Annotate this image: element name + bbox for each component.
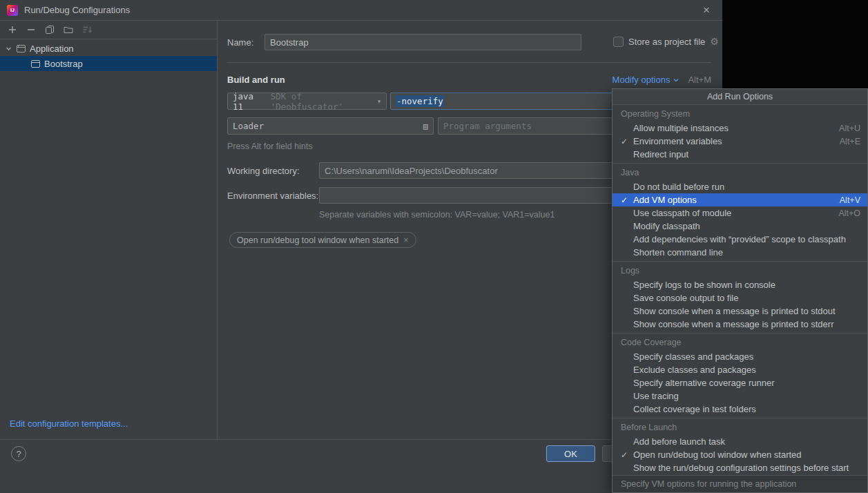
checkbox-icon (613, 37, 624, 47)
menu-item-add-before-launch-task[interactable]: Add before launch task (613, 435, 867, 448)
menu-item-specify-logs-to-be-shown-in-console[interactable]: Specify logs to be shown in console (613, 278, 867, 291)
build-and-run-heading: Build and run (227, 75, 285, 85)
menu-item-label: Use tracing (633, 391, 852, 401)
menu-item-label: Specify classes and packages (633, 351, 852, 362)
menu-item-label: Collect coverage in test folders (633, 404, 852, 414)
jre-description: SDK of 'Deobfuscator' (271, 91, 374, 112)
program-arguments-placeholder: Program arguments (443, 121, 532, 131)
menu-item-label: Add VM options (633, 195, 831, 205)
store-as-project-file-checkbox[interactable]: Store as project file ⚙ (613, 36, 719, 47)
menu-item-label: Allow multiple instances (633, 123, 831, 133)
menu-item-label: Specify alternative coverage runner (633, 378, 852, 388)
menu-item-allow-multiple-instances[interactable]: Allow multiple instancesAlt+U (613, 122, 867, 135)
new-folder-icon[interactable] (63, 24, 74, 35)
menu-item-label: Use classpath of module (633, 208, 830, 218)
menu-item-label: Exclude classes and packages (633, 365, 852, 375)
tree-item-label: Bootstrap (44, 59, 83, 69)
menu-item-label: Add dependencies with “provided” scope t… (633, 234, 852, 244)
menu-item-use-classpath-of-module[interactable]: Use classpath of moduleAlt+O (613, 206, 867, 220)
tree-group-label: Application (30, 44, 74, 54)
menu-section-header-java: Java (613, 166, 867, 180)
menu-item-label: Show console when a message is printed t… (633, 306, 852, 316)
close-icon[interactable]: × (703, 4, 710, 16)
sidebar-toolbar (0, 21, 217, 39)
working-directory-value: C:\Users\narumi\IdeaProjects\Deobfuscato… (325, 166, 498, 176)
menu-item-shortcut: Alt+O (838, 209, 860, 218)
add-run-options-menu-sections: Operating SystemAllow multiple instances… (613, 105, 867, 475)
configurations-sidebar: Application Bootstrap Edit configuration… (0, 21, 218, 439)
menu-item-label: Redirect input (633, 149, 852, 160)
menu-item-show-console-when-a-message-is-printed-to-stdout[interactable]: Show console when a message is printed t… (613, 304, 867, 318)
menu-item-shortcut: Alt+U (839, 124, 860, 133)
menu-item-label: Modify classpath (633, 221, 852, 231)
main-class-input[interactable]: Loader ▤ (227, 117, 434, 135)
popup-status-text: Specify VM options for running the appli… (613, 475, 867, 492)
tree-item-bootstrap[interactable]: Bootstrap (0, 56, 217, 71)
menu-separator (613, 261, 867, 262)
menu-item-save-console-output-to-file[interactable]: Save console output to file (613, 291, 867, 304)
menu-item-environment-variables[interactable]: ✓Environment variablesAlt+E (613, 135, 867, 148)
configurations-tree: Application Bootstrap (0, 39, 217, 71)
menu-item-label: Do not build before run (633, 182, 852, 192)
expand-field-icon[interactable]: ▤ (423, 122, 428, 131)
menu-item-shortcut: Alt+V (840, 195, 860, 205)
menu-item-add-dependencies-with-provided-scope-to-classpath[interactable]: Add dependencies with “provided” scope t… (613, 233, 867, 246)
menu-item-label: Specify logs to be shown in console (633, 280, 852, 290)
jre-version: java 11 (233, 91, 267, 112)
menu-item-show-console-when-a-message-is-printed-to-stderr[interactable]: Show console when a message is printed t… (613, 318, 867, 331)
menu-item-label: Add before launch task (633, 436, 852, 447)
menu-item-shortcut: Alt+E (840, 137, 860, 146)
menu-item-label: Show console when a message is printed t… (633, 319, 852, 329)
name-input[interactable]: Bootstrap (264, 34, 581, 50)
checkmark-icon: ✓ (621, 195, 633, 205)
chip-close-icon[interactable]: × (403, 235, 408, 245)
main-class-value: Loader (233, 121, 264, 131)
combo-arrow-icon: ▾ (377, 97, 381, 105)
menu-separator (613, 418, 867, 418)
menu-item-label: Environment variables (633, 136, 831, 146)
popup-title: Add Run Options (613, 89, 867, 105)
menu-item-show-the-run-debug-configuration-settings-before-start[interactable]: Show the run/debug configuration setting… (613, 461, 867, 474)
menu-item-open-run-debug-tool-window-when-started[interactable]: ✓Open run/debug tool window when started (613, 448, 867, 461)
menu-section-header-logs: Logs (613, 264, 867, 278)
gear-icon[interactable]: ⚙ (710, 36, 719, 47)
intellij-logo-icon: IJ (7, 5, 18, 16)
run-configuration-icon (30, 59, 41, 69)
sort-configurations-icon[interactable] (81, 24, 93, 35)
chip-label: Open run/debug tool window when started (237, 235, 398, 245)
open-tool-window-chip[interactable]: Open run/debug tool window when started … (229, 232, 416, 248)
modify-options-row: Modify options Alt+M (613, 75, 711, 85)
menu-item-do-not-build-before-run[interactable]: Do not build before run (613, 180, 867, 193)
menu-item-modify-classpath[interactable]: Modify classpath (613, 220, 867, 233)
name-label: Name: (227, 37, 253, 48)
copy-configuration-icon[interactable] (44, 24, 55, 35)
menu-section-header-code-coverage: Code Coverage (613, 336, 867, 350)
tree-group-application[interactable]: Application (0, 41, 217, 56)
jre-combobox[interactable]: java 11 SDK of 'Deobfuscator' ▾ (227, 93, 387, 110)
environment-variables-hint: Separate variables with semicolon: VAR=v… (319, 210, 554, 220)
menu-item-exclude-classes-and-packages[interactable]: Exclude classes and packages (613, 363, 867, 376)
ok-button[interactable]: OK (546, 445, 595, 462)
menu-item-specify-classes-and-packages[interactable]: Specify classes and packages (613, 350, 867, 363)
menu-section-header-operating-system: Operating System (613, 107, 867, 122)
add-run-options-popup: Add Run Options Operating SystemAllow mu… (612, 88, 868, 493)
menu-item-shorten-command-line[interactable]: Shorten command line (613, 246, 867, 259)
menu-item-label: Shorten command line (633, 247, 852, 258)
menu-item-redirect-input[interactable]: Redirect input (613, 148, 867, 161)
menu-item-specify-alternative-coverage-runner[interactable]: Specify alternative coverage runner (613, 376, 867, 389)
checkmark-icon: ✓ (621, 137, 633, 146)
name-value: Bootstrap (270, 37, 309, 48)
add-configuration-icon[interactable] (7, 24, 18, 35)
modify-options-shortcut: Alt+M (688, 75, 711, 85)
modify-options-link[interactable]: Modify options (613, 75, 671, 85)
vm-options-value: -noverify (396, 95, 444, 107)
menu-item-label: Show the run/debug configuration setting… (633, 463, 852, 473)
menu-item-collect-coverage-in-test-folders[interactable]: Collect coverage in test folders (613, 403, 867, 416)
menu-item-use-tracing[interactable]: Use tracing (613, 389, 867, 403)
edit-configuration-templates-link[interactable]: Edit configuration templates... (10, 418, 128, 429)
menu-item-add-vm-options[interactable]: ✓Add VM optionsAlt+V (613, 193, 867, 206)
help-button[interactable]: ? (11, 446, 26, 461)
remove-configuration-icon[interactable] (26, 24, 37, 35)
menu-item-label: Open run/debug tool window when started (633, 450, 852, 460)
divider (227, 62, 711, 63)
